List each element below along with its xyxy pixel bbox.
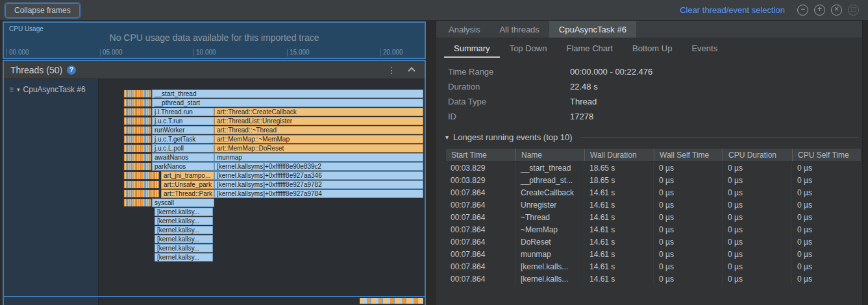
column-header-cpu-duration[interactable]: CPU Duration — [723, 149, 793, 161]
event-row[interactable]: 00:07.864CreateCallback14.61 s0 µs0 µs0 … — [445, 186, 862, 199]
summary-row: Data TypeThread — [448, 94, 868, 109]
collapsed-frames-stripes[interactable] — [123, 126, 152, 134]
zoom-out-icon[interactable]: − — [797, 5, 808, 16]
event-cell: 0 µs — [792, 223, 862, 236]
event-row[interactable]: 00:07.864~MemMap14.61 s0 µs0 µs0 µs — [445, 223, 862, 236]
flame-frame[interactable]: art::Thread::~Thread — [214, 126, 423, 134]
event-row[interactable]: 00:07.864~Thread14.61 s0 µs0 µs0 µs — [445, 211, 862, 223]
kebab-menu-icon[interactable]: ⋮ — [387, 65, 396, 75]
section-collapse-icon[interactable]: ▾ — [445, 134, 449, 141]
subtab-bottom-up[interactable]: Bottom Up — [623, 38, 682, 58]
event-row[interactable]: 00:07.864[kernel.kalls...14.61 s0 µs0 µs… — [445, 273, 862, 285]
subtab-events[interactable]: Events — [682, 38, 727, 58]
flame-frame[interactable]: [kernel.kallsyms]+0xffffff8e927a9782 — [214, 180, 423, 189]
collapse-frames-button[interactable]: Collapse frames — [5, 3, 80, 18]
subtab-summary[interactable]: Summary — [444, 38, 500, 58]
column-header-wall-self-time[interactable]: Wall Self Time — [654, 149, 723, 161]
zoom-in-icon[interactable]: + — [814, 5, 825, 16]
event-row[interactable]: 00:07.864munmap14.61 s0 µs0 µs0 µs — [445, 248, 862, 260]
event-row[interactable]: 00:07.864DoReset14.61 s0 µs0 µs0 µs — [445, 236, 862, 248]
column-header-cpu-self-time[interactable]: CPU Self Time — [793, 149, 861, 161]
flame-frame[interactable]: [kernel.kallsy... — [155, 208, 213, 216]
event-cell: 0 µs — [654, 199, 723, 211]
cpu-usage-panel[interactable]: CPU Usage No CPU usage data available fo… — [3, 21, 426, 59]
tab-analysis[interactable]: Analysis — [439, 21, 490, 38]
help-icon[interactable]: ? — [67, 66, 76, 75]
event-cell: 0 µs — [654, 174, 723, 186]
collapsed-frames-stripes[interactable] — [123, 144, 152, 152]
flame-row: [kernel.kallsy... — [99, 217, 425, 225]
flame-frame[interactable]: art::MemMap::~MemMap — [214, 135, 423, 143]
clear-selection-link[interactable]: Clear thread/event selection — [680, 5, 785, 15]
column-header-wall-duration[interactable]: Wall Duration — [585, 149, 654, 161]
flame-frame[interactable]: runWorker — [152, 126, 214, 134]
events-section-header[interactable]: ▾ Longest running events (top 10) — [445, 132, 859, 142]
collapsed-frames-stripes[interactable] — [123, 171, 160, 180]
flame-frame[interactable]: [kernel.kallsy... — [155, 244, 213, 252]
flame-frame[interactable]: art::ThreadList::Unregister — [214, 117, 423, 125]
event-cell: 0 µs — [723, 174, 792, 186]
event-cell: 14.61 s — [584, 260, 654, 273]
scrollbar-rail[interactable] — [862, 21, 868, 305]
event-cell: 14.61 s — [584, 223, 654, 236]
event-cell: 00:07.864 — [445, 260, 515, 273]
flame-frame[interactable]: j.u.c.L.poll — [152, 144, 214, 152]
events-table-body: 00:03.829__start_thread18.65 s0 µs0 µs0 … — [445, 162, 862, 285]
event-row[interactable]: 00:03.829__pthread_st...18.65 s0 µs0 µs0… — [445, 174, 862, 186]
collapsed-frames-stripes[interactable] — [123, 117, 152, 125]
flame-frame[interactable]: art::Thread::Park — [161, 189, 214, 198]
collapse-chevron-icon[interactable] — [408, 67, 415, 74]
flame-frame[interactable]: art::MemMap::DoReset — [214, 144, 423, 152]
collapsed-frames-stripes[interactable] — [123, 180, 160, 189]
collapsed-frames-stripes[interactable] — [123, 135, 152, 143]
expand-arrow-icon[interactable]: ▾ — [17, 86, 20, 93]
flame-frame[interactable]: [kernel.kallsy... — [155, 226, 213, 234]
subtab-flame-chart[interactable]: Flame Chart — [556, 38, 623, 58]
flame-frame[interactable]: art::Unsafe_park — [161, 180, 214, 189]
tab-all-threads[interactable]: All threads — [490, 21, 549, 38]
collapsed-frames-stripes[interactable] — [123, 153, 152, 162]
flame-frame[interactable]: j.l.Thread.run — [152, 108, 214, 116]
flame-frame[interactable]: [kernel.kallsyms]+0xffffff8e927aa346 — [214, 171, 423, 180]
event-row[interactable]: 00:07.864Unregister14.61 s0 µs0 µs0 µs — [445, 199, 862, 211]
flame-frame[interactable]: parkNanos — [152, 162, 214, 171]
column-header-start-time[interactable]: Start Time — [446, 149, 516, 161]
flame-frame[interactable]: munmap — [214, 153, 423, 162]
collapsed-frames-stripes[interactable] — [123, 162, 152, 171]
flame-frame[interactable]: [kernel.kallsy... — [155, 253, 213, 262]
flame-frame[interactable]: __start_thread — [152, 90, 423, 98]
flame-frame[interactable]: art::Thread::CreateCallback — [214, 108, 423, 116]
flame-frame[interactable]: syscall — [152, 199, 214, 207]
thread-label-column: ≡ ▾ CpuAsyncTask #6 — [4, 79, 99, 296]
collapsed-frames-stripes[interactable] — [123, 189, 160, 198]
flame-frame[interactable]: [kernel.kallsy... — [155, 217, 213, 225]
event-row[interactable]: 00:03.829__start_thread18.65 s0 µs0 µs0 … — [445, 162, 862, 174]
thread-label[interactable]: ≡ ▾ CpuAsyncTask #6 — [4, 79, 98, 94]
flame-frame[interactable]: [kernel.kallsy... — [155, 235, 213, 243]
flame-row: [kernel.kallsy... — [99, 244, 425, 252]
flame-frame[interactable]: j.u.c.T.getTask — [152, 135, 214, 143]
timeline-tick: 05.000 — [100, 49, 123, 56]
flame-frame[interactable]: [kernel.kallsyms]+0xffffff8e927a9784 — [214, 189, 423, 198]
next-track-frames[interactable] — [360, 298, 423, 304]
event-cell: 14.61 s — [584, 186, 654, 199]
event-cell: 0 µs — [654, 273, 723, 285]
threads-header: Threads (50) ? ⋮ — [4, 61, 425, 79]
collapsed-frames-stripes[interactable] — [123, 90, 152, 98]
flame-frame[interactable]: [kernel.kallsyms]+0xffffff8e90e839c2 — [214, 162, 423, 171]
reset-zoom-icon[interactable]: × — [831, 5, 842, 16]
event-row[interactable]: 00:07.864[kernel.kalls...14.61 s0 µs0 µs… — [445, 260, 862, 273]
flame-frame[interactable]: __pthread_start — [152, 99, 423, 107]
collapsed-frames-stripes[interactable] — [123, 108, 152, 116]
flame-frame[interactable]: art_jni_trampo... — [161, 171, 214, 180]
column-header-name[interactable]: Name — [516, 149, 585, 161]
tab-cpuasynctask-6[interactable]: CpuAsyncTask #6 — [549, 21, 636, 38]
drag-handle-icon[interactable]: ≡ — [9, 85, 14, 94]
flame-frame[interactable]: awaitNanos — [152, 153, 214, 162]
subtab-top-down[interactable]: Top Down — [500, 38, 557, 58]
collapsed-frames-stripes[interactable] — [123, 99, 152, 107]
zoom-to-selection-icon[interactable]: □ — [848, 5, 859, 16]
details-subtabs: SummaryTop DownFlame ChartBottom UpEvent… — [436, 38, 868, 58]
flame-frame[interactable]: j.u.c.T.run — [152, 117, 214, 125]
collapsed-frames-stripes[interactable] — [123, 199, 152, 207]
